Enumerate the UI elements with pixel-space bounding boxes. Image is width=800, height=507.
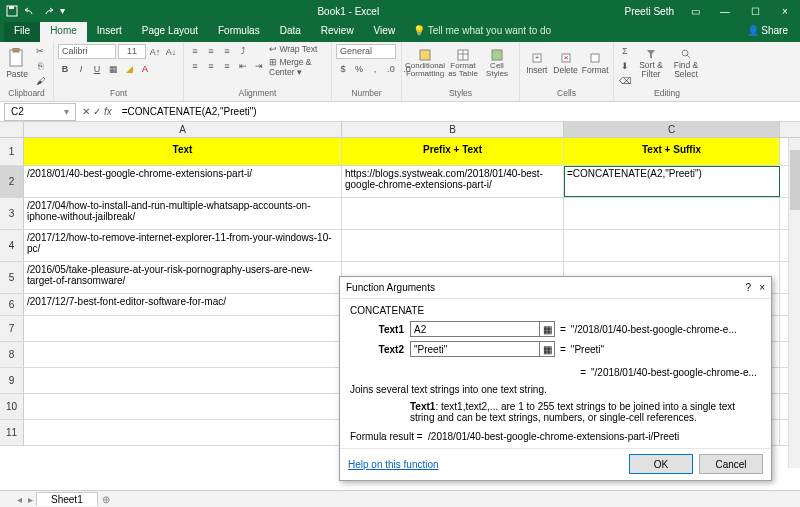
tab-insert[interactable]: Insert (87, 22, 132, 42)
dialog-help-link[interactable]: Help on this function (348, 459, 439, 470)
cell-B3[interactable] (342, 198, 564, 229)
accounting-format-icon[interactable]: $ (336, 62, 350, 76)
font-name-selector[interactable]: Calibri (58, 44, 116, 59)
cell-C1[interactable]: Text + Suffix (564, 138, 780, 165)
tell-me[interactable]: 💡 Tell me what you want to do (405, 22, 559, 42)
vertical-scrollbar[interactable] (788, 138, 800, 468)
orientation-icon[interactable]: ⤴ (236, 44, 250, 58)
tab-formulas[interactable]: Formulas (208, 22, 270, 42)
decrease-indent-icon[interactable]: ⇤ (236, 59, 250, 73)
row-header-7[interactable]: 7 (0, 316, 24, 341)
share-button[interactable]: 👤 Share (735, 22, 800, 42)
redo-icon[interactable] (42, 5, 54, 17)
cell-A2[interactable]: /2018/01/40-best-google-chrome-extension… (24, 166, 342, 197)
border-icon[interactable]: ▦ (106, 62, 120, 76)
row-header-2[interactable]: 2 (0, 166, 24, 197)
increase-font-icon[interactable]: A↑ (148, 45, 162, 59)
column-header-C[interactable]: C (564, 122, 780, 137)
ok-button[interactable]: OK (629, 454, 693, 474)
tab-file[interactable]: File (4, 22, 40, 42)
row-header-9[interactable]: 9 (0, 368, 24, 393)
percent-format-icon[interactable]: % (352, 62, 366, 76)
row-header-3[interactable]: 3 (0, 198, 24, 229)
name-box[interactable]: C2▾ (4, 103, 76, 121)
paste-button[interactable]: Paste (4, 44, 30, 82)
close-icon[interactable]: × (770, 6, 800, 17)
align-left-icon[interactable]: ≡ (188, 59, 202, 73)
cell-B2[interactable]: https://blogs.systweak.com/2018/01/40-be… (342, 166, 564, 197)
tab-page-layout[interactable]: Page Layout (132, 22, 208, 42)
column-header-B[interactable]: B (342, 122, 564, 137)
align-bottom-icon[interactable]: ≡ (220, 44, 234, 58)
number-format-selector[interactable]: General (336, 44, 396, 59)
row-header-4[interactable]: 4 (0, 230, 24, 261)
sheet-nav-prev-icon[interactable]: ◂ (14, 494, 25, 505)
clear-icon[interactable]: ⌫ (618, 74, 632, 88)
cell-A6[interactable]: /2017/12/7-best-font-editor-software-for… (24, 294, 342, 315)
arg2-range-icon[interactable]: ▦ (540, 341, 555, 357)
cut-icon[interactable]: ✂ (33, 44, 47, 58)
align-middle-icon[interactable]: ≡ (204, 44, 218, 58)
cell-C4[interactable] (564, 230, 780, 261)
comma-format-icon[interactable]: , (368, 62, 382, 76)
format-cells-button[interactable]: Format (581, 44, 609, 82)
cancel-button[interactable]: Cancel (699, 454, 763, 474)
tab-view[interactable]: View (364, 22, 406, 42)
scrollbar-thumb[interactable] (790, 150, 800, 210)
minimize-icon[interactable]: — (710, 6, 740, 17)
align-top-icon[interactable]: ≡ (188, 44, 202, 58)
ribbon-options-icon[interactable]: ▭ (680, 6, 710, 17)
italic-icon[interactable]: I (74, 62, 88, 76)
font-color-icon[interactable]: A (138, 62, 152, 76)
name-box-dropdown-icon[interactable]: ▾ (64, 106, 69, 117)
arg1-input[interactable] (410, 321, 540, 337)
fill-icon[interactable]: ⬇ (618, 59, 632, 73)
cell-A3[interactable]: /2017/04/how-to-install-and-run-multiple… (24, 198, 342, 229)
arg2-input[interactable] (410, 341, 540, 357)
copy-icon[interactable]: ⎘ (33, 59, 47, 73)
format-painter-icon[interactable]: 🖌 (33, 74, 47, 88)
cell-A10[interactable] (24, 394, 342, 419)
delete-cells-button[interactable]: ×Delete (553, 44, 579, 82)
column-header-A[interactable]: A (24, 122, 342, 137)
sheet-nav-next-icon[interactable]: ▸ (25, 494, 36, 505)
qat-dropdown-icon[interactable]: ▾ (60, 5, 72, 17)
row-header-5[interactable]: 5 (0, 262, 24, 293)
tab-data[interactable]: Data (270, 22, 311, 42)
sheet-tab-sheet1[interactable]: Sheet1 (36, 492, 98, 506)
cell-A9[interactable] (24, 368, 342, 393)
tab-review[interactable]: Review (311, 22, 364, 42)
format-as-table-button[interactable]: Format as Table (446, 44, 480, 82)
font-size-selector[interactable]: 11 (118, 44, 146, 59)
cell-C3[interactable] (564, 198, 780, 229)
cell-A1[interactable]: Text (24, 138, 342, 165)
cell-styles-button[interactable]: Cell Styles (482, 44, 512, 82)
autosum-icon[interactable]: Σ (618, 44, 632, 58)
row-header-8[interactable]: 8 (0, 342, 24, 367)
bold-icon[interactable]: B (58, 62, 72, 76)
new-sheet-icon[interactable]: ⊕ (98, 494, 114, 505)
fill-color-icon[interactable]: ◢ (122, 62, 136, 76)
fx-icon[interactable]: fx (104, 106, 112, 117)
find-select-button[interactable]: Find & Select (670, 44, 702, 82)
maximize-icon[interactable]: ☐ (740, 6, 770, 17)
save-icon[interactable] (6, 5, 18, 17)
dialog-help-icon[interactable]: ? (746, 282, 752, 293)
sort-filter-button[interactable]: Sort & Filter (635, 44, 667, 82)
dialog-title-bar[interactable]: Function Arguments ? × (340, 277, 771, 299)
cell-A4[interactable]: /2017/12/how-to-remove-internet-explorer… (24, 230, 342, 261)
row-header-11[interactable]: 11 (0, 420, 24, 445)
align-center-icon[interactable]: ≡ (204, 59, 218, 73)
cancel-formula-icon[interactable]: ✕ (82, 106, 90, 117)
cell-A5[interactable]: /2016/05/take-pleasure-at-your-risk-porn… (24, 262, 342, 293)
enter-formula-icon[interactable]: ✓ (93, 106, 101, 117)
row-header-6[interactable]: 6 (0, 294, 24, 315)
tab-home[interactable]: Home (40, 22, 87, 42)
align-right-icon[interactable]: ≡ (220, 59, 234, 73)
row-header-10[interactable]: 10 (0, 394, 24, 419)
increase-decimal-icon[interactable]: .0 (384, 62, 398, 76)
cell-C2[interactable]: =CONCATENATE(A2,"Preeti") (564, 166, 780, 197)
undo-icon[interactable] (24, 5, 36, 17)
decrease-font-icon[interactable]: A↓ (164, 45, 178, 59)
cell-A8[interactable] (24, 342, 342, 367)
